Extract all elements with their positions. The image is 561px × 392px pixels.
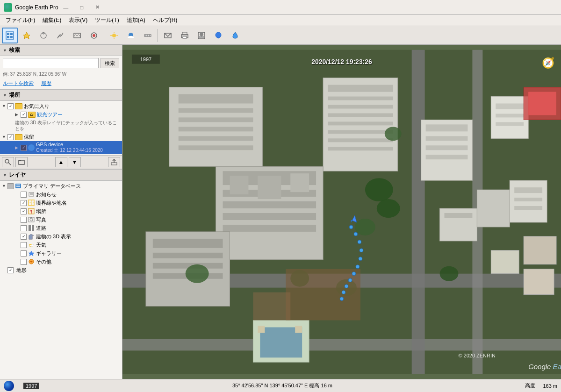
svg-point-129 [349,225,353,229]
borders-label: 境界線や地名 [36,200,67,207]
roads-label: 道路 [36,225,46,232]
map-svg: 2020/12/12 19:23:26 🧭 © 2020 ZENRIN Goog… [122,45,561,379]
svg-point-119 [186,264,209,283]
photos-row[interactable]: 写真 [0,215,122,224]
primary-db-checkbox[interactable] [7,183,14,189]
water-btn[interactable] [227,28,243,43]
gps-device-sub: Created 土 12 12 20:44:16 2020 [36,147,103,154]
svg-rect-96 [496,114,524,117]
terrain-row[interactable]: 地形 [0,266,122,274]
places-layer-row[interactable]: 場所 [0,207,122,215]
menu-view[interactable]: 表示(V) [65,15,91,25]
google-maps-btn[interactable] [210,28,226,43]
history-link[interactable]: 履歴 [41,80,51,87]
navigate-btn[interactable] [2,28,18,43]
saved-checkbox[interactable] [7,134,14,140]
menu-edit[interactable]: 編集(E) [39,15,65,25]
menu-help[interactable]: ヘルプ(H) [149,15,181,25]
svg-rect-103 [153,263,223,269]
svg-rect-2 [10,33,13,35]
svg-rect-38 [16,186,20,187]
svg-text:1997: 1997 [140,57,151,62]
menubar: ファイル(F) 編集(E) 表示(V) ツール(T) 追加(A) ヘルプ(H) [0,15,561,26]
export-btn[interactable] [108,157,120,167]
buildings3d-checkbox[interactable] [21,234,27,240]
news-row[interactable]: お知らせ [0,190,122,199]
add-folder-btn[interactable] [15,157,28,167]
move-down-btn[interactable]: ▼ [69,157,81,167]
borders-checkbox[interactable] [21,200,27,206]
weather-checkbox[interactable] [21,242,27,248]
weather-row[interactable]: 天気 [0,241,122,249]
close-button[interactable]: ✕ [90,2,105,13]
svg-rect-72 [328,85,393,92]
news-checkbox[interactable] [21,192,27,198]
menu-file[interactable]: ファイル(F) [2,15,39,25]
maximize-button[interactable]: □ [74,2,89,13]
sightseeing-row[interactable]: ▶ 🗂 観光ツアー [0,110,122,119]
svg-point-125 [440,266,459,281]
search-links: ルートを検索 履歴 [0,78,122,89]
menu-tools[interactable]: ツール(T) [91,15,122,25]
roads-checkbox[interactable] [21,225,27,231]
status-elevation-value: 163 m [543,383,557,389]
move-up-btn[interactable]: ▲ [55,157,67,167]
gallery-label: ギャラリー [36,250,62,257]
terrain-checkbox[interactable] [7,267,14,273]
toolbar-sep-1 [104,29,104,42]
svg-rect-65 [179,94,253,104]
other-checkbox[interactable] [21,259,27,265]
sky-btn[interactable] [123,28,139,43]
favorites-expand: ▼ [2,104,7,108]
saved-row[interactable]: ▼ 保留 [0,133,122,141]
path-btn[interactable] [52,28,68,43]
photos-checkbox[interactable] [21,217,27,223]
polygon-btn[interactable] [36,28,51,43]
svg-rect-84 [223,213,316,220]
menu-add[interactable]: 追加(A) [123,15,149,25]
sightseeing-folder-icon: 🗂 [28,112,36,118]
placemark-btn[interactable] [19,28,35,43]
svg-point-7 [43,32,44,34]
route-search-link[interactable]: ルートを検索 [3,80,34,87]
favorites-row[interactable]: ▼ お気に入り [0,102,122,110]
svg-point-136 [348,278,352,282]
svg-rect-76 [328,121,393,125]
sidebar: ▼ 検索 検索 例: 37 25.818' N, 122 05.36' W ルー… [0,45,122,379]
gps-device-label: GPS device [36,142,103,147]
email-btn[interactable] [160,28,176,43]
ruler-btn[interactable] [140,28,156,43]
image-overlay-btn[interactable] [69,28,85,43]
primary-db-row[interactable]: ▼ プライマリ データベース [0,182,122,190]
places-layer-checkbox[interactable] [21,208,27,214]
gps-device-row[interactable]: ▶ GPS device Created 土 12 12 20:44:16 20… [0,141,122,154]
record-tour-btn[interactable] [86,28,102,43]
gallery-checkbox[interactable] [21,250,27,257]
svg-rect-62 [412,50,425,374]
search-input[interactable] [3,58,99,68]
sunlight-btn[interactable] [106,28,122,43]
save-image-btn[interactable] [194,28,209,43]
svg-rect-92 [426,145,468,150]
gallery-row[interactable]: ギャラリー [0,249,122,257]
search-hint: 例: 37 25.818' N, 122 05.36' W [0,70,122,78]
svg-point-135 [352,272,356,276]
svg-rect-61 [122,339,561,350]
svg-point-130 [354,232,358,236]
buildings3d-row[interactable]: 建物の 3D 表示 [0,232,122,241]
svg-point-139 [340,297,344,301]
print-btn[interactable] [177,28,193,43]
roads-row[interactable]: 道路 [0,224,122,232]
minimize-button[interactable]: — [58,2,73,13]
sightseeing-checkbox[interactable] [21,112,27,118]
svg-point-121 [365,178,393,201]
other-row[interactable]: その他 [0,257,122,266]
favorites-checkbox[interactable] [7,103,14,109]
gps-checkbox[interactable] [21,145,27,151]
status-coordinates: 35° 42'56.85" N 139° 45'50.47" E 標高 16 m [47,382,518,389]
svg-rect-114 [514,198,542,201]
map-area[interactable]: 2020/12/12 19:23:26 🧭 © 2020 ZENRIN Goog… [122,45,561,379]
search-places-btn[interactable] [2,157,14,167]
search-button[interactable]: 検索 [101,58,119,68]
borders-row[interactable]: 境界線や地名 [0,199,122,207]
